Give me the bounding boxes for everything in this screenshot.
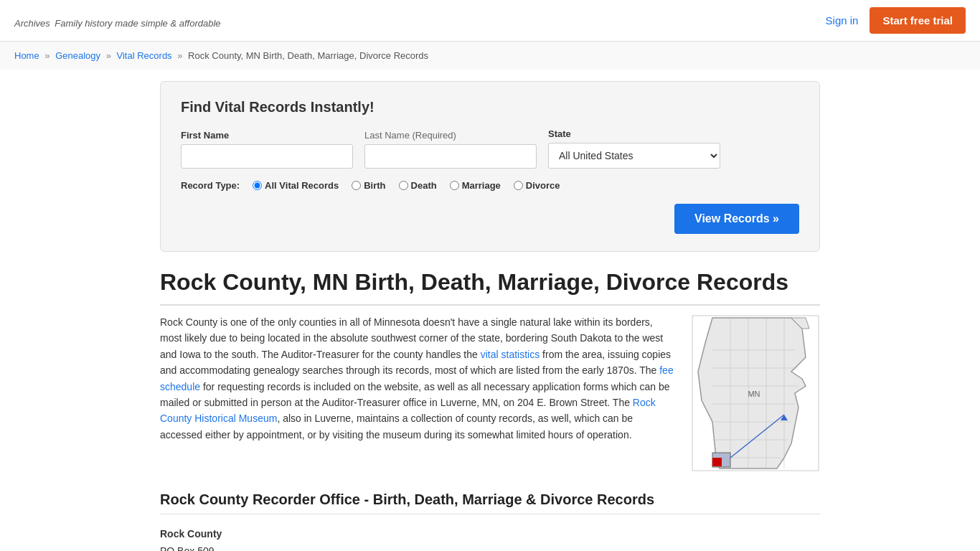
rock-county-museum-link[interactable]: Rock County Historical Museum (160, 397, 656, 424)
radio-divorce-input[interactable] (514, 181, 523, 190)
radio-death: Death (399, 180, 440, 191)
record-type-label: Record Type: (181, 180, 240, 191)
svg-rect-15 (712, 458, 722, 466)
first-name-group: First Name (181, 130, 353, 169)
state-select[interactable]: All United States (548, 143, 720, 169)
last-name-label: Last Name (Required) (364, 130, 537, 141)
search-title: Find Vital Records Instantly! (181, 99, 799, 116)
recorder-section-title: Rock County Recorder Office - Birth, Dea… (160, 491, 820, 514)
search-box: Find Vital Records Instantly! First Name… (160, 81, 820, 252)
radio-marriage-input[interactable] (450, 181, 459, 190)
logo-area: Archives Family history made simple & af… (14, 10, 221, 32)
radio-death-input[interactable] (399, 181, 408, 190)
logo: Archives Family history made simple & af… (14, 10, 221, 32)
intro-paragraph: Rock County is one of the only counties … (160, 314, 674, 443)
radio-divorce-label[interactable]: Divorce (526, 180, 560, 191)
radio-all-vital-label[interactable]: All Vital Records (265, 180, 339, 191)
main-content: Find Vital Records Instantly! First Name… (146, 70, 834, 551)
mn-map: MN (691, 314, 820, 472)
radio-marriage: Marriage (450, 180, 504, 191)
breadcrumb-current: Rock County, MN Birth, Death, Marriage, … (188, 50, 428, 61)
site-header: Archives Family history made simple & af… (0, 0, 980, 42)
start-trial-button[interactable]: Start free trial (870, 7, 966, 34)
radio-all-vital: All Vital Records (253, 180, 341, 191)
breadcrumb-sep-3: » (177, 50, 182, 61)
radio-birth-input[interactable] (352, 181, 361, 190)
logo-tagline: Family history made simple & affordable (55, 18, 220, 29)
breadcrumb-vital-records[interactable]: Vital Records (117, 50, 172, 61)
radio-marriage-label[interactable]: Marriage (462, 180, 501, 191)
radio-death-label[interactable]: Death (411, 180, 437, 191)
breadcrumb-sep-2: » (106, 50, 111, 61)
view-records-btn-container: View Records » (181, 204, 799, 234)
view-records-button[interactable]: View Records » (674, 204, 799, 234)
page-title: Rock County, MN Birth, Death, Marriage, … (160, 269, 820, 306)
address-line1: PO Box 509 (160, 543, 820, 551)
map-container: MN (691, 314, 820, 474)
breadcrumb-sep-1: » (44, 50, 50, 61)
vital-statistics-link[interactable]: vital statistics (481, 349, 540, 360)
header-actions: Sign in Start free trial (826, 7, 966, 34)
record-type-row: Record Type: All Vital Records Birth Dea… (181, 180, 799, 191)
sign-in-link[interactable]: Sign in (826, 14, 859, 27)
breadcrumb-home[interactable]: Home (14, 50, 39, 61)
logo-text: Archives (14, 18, 50, 29)
radio-divorce: Divorce (514, 180, 563, 191)
radio-all-vital-input[interactable] (253, 181, 262, 190)
first-name-input[interactable] (181, 144, 353, 169)
content-with-map: Rock County is one of the only counties … (160, 314, 820, 474)
state-group: State All United States (548, 128, 720, 169)
state-label: State (548, 128, 720, 139)
breadcrumb: Home » Genealogy » Vital Records » Rock … (0, 42, 980, 70)
last-name-input[interactable] (364, 144, 537, 169)
breadcrumb-genealogy[interactable]: Genealogy (55, 50, 100, 61)
fee-schedule-link[interactable]: fee schedule (160, 364, 674, 392)
svg-text:MN: MN (748, 390, 760, 398)
content-text: Rock County is one of the only counties … (160, 314, 674, 474)
last-name-group: Last Name (Required) (364, 130, 537, 169)
first-name-label: First Name (181, 130, 353, 141)
radio-birth-label[interactable]: Birth (364, 180, 385, 191)
search-fields: First Name Last Name (Required) State Al… (181, 128, 799, 169)
address-block: Rock County PO Box 509 Luverne, MN 56156 (160, 526, 820, 551)
radio-birth: Birth (352, 180, 388, 191)
org-name: Rock County (160, 526, 820, 543)
